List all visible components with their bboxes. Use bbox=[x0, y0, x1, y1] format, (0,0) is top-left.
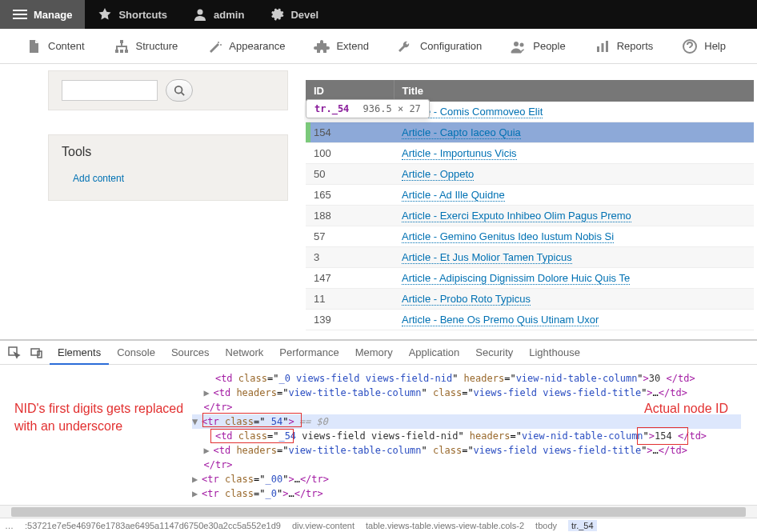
cell-id: 154 bbox=[306, 122, 394, 143]
puzzle-icon bbox=[314, 38, 330, 54]
table-row[interactable]: 11Article - Probo Roto Typicus bbox=[306, 289, 754, 310]
table-row[interactable]: 154Article - Capto Iaceo Quia bbox=[306, 122, 754, 143]
devtools-tab-memory[interactable]: Memory bbox=[347, 342, 401, 364]
cell-title: Article - Gemino Genitus Ideo Iustum Nob… bbox=[394, 226, 754, 247]
table-row[interactable]: 100Article - Importunus Vicis bbox=[306, 143, 754, 164]
appearance-link[interactable]: Appearance bbox=[192, 29, 299, 63]
horizontal-scrollbar[interactable] bbox=[0, 505, 757, 518]
inspect-tooltip: tr._54 936.5 × 27 bbox=[306, 99, 430, 118]
devtools-tab-elements[interactable]: Elements bbox=[50, 342, 109, 365]
devtools-tab-application[interactable]: Application bbox=[401, 342, 468, 364]
cell-title: Article - Exerci Exputo Inhibeo Olim Pag… bbox=[394, 206, 754, 226]
article-link[interactable]: Article - Capto Iaceo Quia bbox=[402, 126, 521, 139]
svg-point-8 bbox=[218, 42, 219, 43]
inspect-icon[interactable] bbox=[8, 346, 21, 359]
annotation-right: Actual node ID bbox=[644, 400, 728, 418]
article-link[interactable]: Article - Oppeto bbox=[402, 168, 474, 181]
cell-id: 50 bbox=[306, 164, 394, 185]
cell-id: 57 bbox=[306, 226, 394, 247]
article-link[interactable]: Article - Exerci Exputo Inhibeo Olim Pag… bbox=[402, 210, 631, 222]
content-region: tr._54 936.5 × 27 ID Title Article - Com… bbox=[304, 64, 757, 339]
devtools-tab-lighthouse[interactable]: Lighthouse bbox=[521, 342, 588, 364]
manage-menu[interactable]: Manage bbox=[0, 0, 85, 29]
admin-menu: Content Structure Appearance Extend Conf… bbox=[0, 29, 757, 64]
wand-icon bbox=[206, 38, 222, 54]
help-icon bbox=[682, 38, 698, 54]
user-menu[interactable]: admin bbox=[180, 0, 257, 29]
tooltip-selector: tr._54 bbox=[314, 103, 349, 114]
devtools: ElementsConsoleSourcesNetworkPerformance… bbox=[0, 339, 757, 532]
breadcrumb-item[interactable]: div.view-content bbox=[292, 521, 354, 530]
add-content-link[interactable]: Add content bbox=[62, 173, 124, 184]
devtools-tabs: ElementsConsoleSourcesNetworkPerformance… bbox=[0, 341, 757, 365]
svg-rect-0 bbox=[13, 10, 27, 11]
devtools-tab-console[interactable]: Console bbox=[109, 342, 163, 364]
devtools-tab-network[interactable]: Network bbox=[218, 342, 272, 364]
tools-block: Tools Add content bbox=[48, 134, 288, 201]
article-link[interactable]: Article - Et Jus Molior Tamen Typicus bbox=[402, 251, 572, 264]
help-link[interactable]: Help bbox=[667, 29, 740, 63]
breadcrumb-item[interactable]: table.views-table.views-view-table.cols-… bbox=[366, 521, 524, 530]
svg-rect-6 bbox=[120, 50, 123, 53]
devtools-tab-security[interactable]: Security bbox=[467, 342, 521, 364]
table-row[interactable]: 188Article - Exerci Exputo Inhibeo Olim … bbox=[306, 206, 754, 226]
search-block bbox=[48, 70, 288, 110]
user-icon bbox=[193, 7, 207, 22]
wrench-icon bbox=[398, 38, 414, 54]
cell-id: 139 bbox=[306, 310, 394, 330]
configuration-link[interactable]: Configuration bbox=[383, 29, 496, 63]
svg-rect-4 bbox=[120, 40, 123, 43]
table-row[interactable]: 147Article - Adipiscing Dignissim Dolore… bbox=[306, 268, 754, 289]
breadcrumb-item[interactable]: … bbox=[5, 521, 14, 530]
devel-menu[interactable]: Devel bbox=[257, 0, 331, 29]
col-id[interactable]: ID bbox=[306, 80, 394, 102]
people-icon bbox=[511, 38, 527, 54]
devtools-tab-sources[interactable]: Sources bbox=[163, 342, 218, 364]
cell-id: 147 bbox=[306, 268, 394, 289]
article-link[interactable]: Article - Probo Roto Typicus bbox=[402, 293, 531, 306]
cell-title: Article - Ad Ille Quidne bbox=[394, 185, 754, 206]
sidebar: Tools Add content bbox=[0, 64, 304, 339]
cell-id: 11 bbox=[306, 289, 394, 310]
article-link[interactable]: Article - Gemino Genitus Ideo Iustum Nob… bbox=[402, 230, 614, 243]
cell-id: 3 bbox=[306, 247, 394, 268]
structure-icon bbox=[114, 38, 130, 54]
table-row[interactable]: 165Article - Ad Ille Quidne bbox=[306, 185, 754, 206]
col-title[interactable]: Title bbox=[394, 80, 754, 102]
svg-point-9 bbox=[220, 44, 222, 46]
manage-label: Manage bbox=[34, 9, 72, 21]
chart-icon bbox=[595, 38, 611, 54]
cell-title: Article - Adipiscing Dignissim Dolore Hu… bbox=[394, 268, 754, 289]
cell-id: 100 bbox=[306, 143, 394, 164]
cell-title: Article - Importunus Vicis bbox=[394, 143, 754, 164]
shortcuts-menu[interactable]: Shortcuts bbox=[85, 0, 180, 29]
extend-link[interactable]: Extend bbox=[299, 29, 383, 63]
shortcuts-label: Shortcuts bbox=[118, 9, 167, 21]
table-row[interactable]: 57Article - Gemino Genitus Ideo Iustum N… bbox=[306, 226, 754, 247]
svg-rect-2 bbox=[13, 18, 27, 19]
content-link[interactable]: Content bbox=[11, 29, 99, 63]
table-row[interactable]: 3Article - Et Jus Molior Tamen Typicus bbox=[306, 247, 754, 268]
search-input[interactable] bbox=[62, 80, 158, 101]
people-link[interactable]: People bbox=[496, 29, 579, 63]
search-button[interactable] bbox=[166, 79, 193, 102]
svg-rect-7 bbox=[125, 50, 128, 53]
breadcrumb-item[interactable]: tbody bbox=[535, 521, 557, 530]
search-icon bbox=[174, 85, 185, 96]
breadcrumb-item[interactable]: tr._54 bbox=[568, 520, 597, 531]
dom-breadcrumb[interactable]: …:53721e7e5e46976e1783ae6495a1147d6750e3… bbox=[0, 518, 757, 532]
device-icon[interactable] bbox=[30, 346, 43, 359]
article-link[interactable]: Article - Bene Os Premo Quis Utinam Uxor bbox=[402, 314, 599, 326]
svg-rect-5 bbox=[115, 50, 118, 53]
table-row[interactable]: 139Article - Bene Os Premo Quis Utinam U… bbox=[306, 310, 754, 330]
annotation-left: NID's first digits gets replaced with an… bbox=[14, 400, 190, 435]
tools-heading: Tools bbox=[62, 145, 274, 159]
reports-link[interactable]: Reports bbox=[580, 29, 668, 63]
table-row[interactable]: 50Article - Oppeto bbox=[306, 164, 754, 185]
structure-link[interactable]: Structure bbox=[99, 29, 193, 63]
article-link[interactable]: Article - Adipiscing Dignissim Dolore Hu… bbox=[402, 272, 630, 285]
article-link[interactable]: Article - Importunus Vicis bbox=[402, 147, 517, 160]
devtools-tab-performance[interactable]: Performance bbox=[271, 342, 346, 364]
article-link[interactable]: Article - Ad Ille Quidne bbox=[402, 189, 505, 202]
breadcrumb-item[interactable]: :53721e7e5e46976e1783ae6495a1147d6750e30… bbox=[25, 521, 281, 530]
